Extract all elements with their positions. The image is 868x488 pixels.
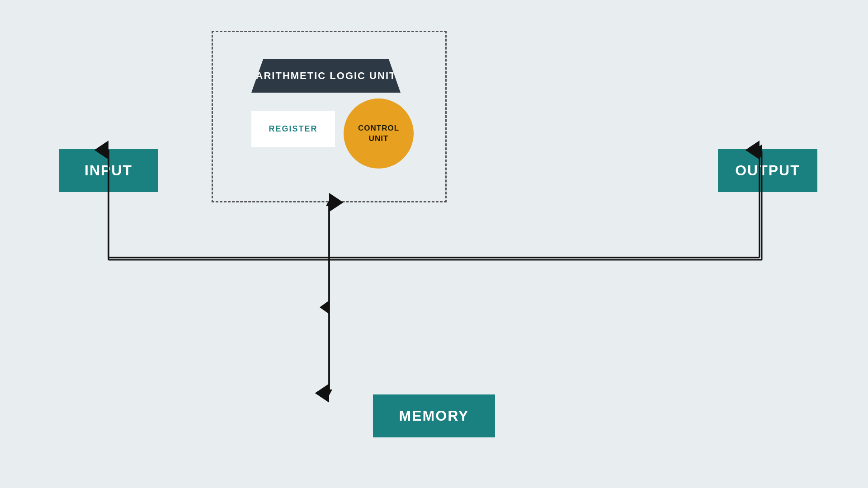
memory-box: MEMORY [373,394,495,437]
svg-marker-14 [326,389,332,395]
input-box: INPUT [59,149,158,192]
control-unit-text: CONTROLUNIT [358,123,399,143]
register-box: REGISTER [251,111,335,147]
output-box: OUTPUT [718,149,817,192]
memory-text: MEMORY [399,408,469,424]
cpu-diagram: ARITHMETIC LOGIC UNIT REGISTER CONTROLUN… [0,0,868,488]
input-text: INPUT [85,162,132,179]
output-text: OUTPUT [735,162,800,179]
register-text: REGISTER [269,124,317,134]
alu-label: ARITHMETIC LOGIC UNIT [251,59,401,93]
control-unit-circle: CONTROLUNIT [344,99,414,169]
alu-text: ARITHMETIC LOGIC UNIT [256,70,396,82]
